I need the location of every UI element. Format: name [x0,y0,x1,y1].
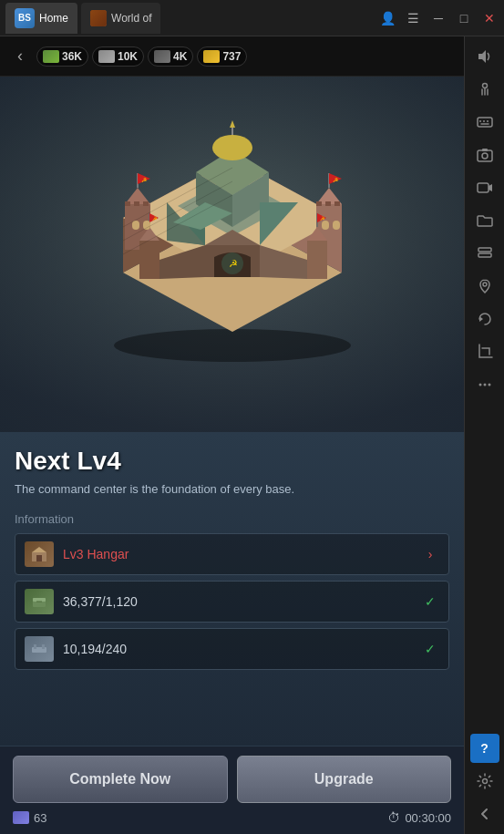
rotate-button[interactable] [470,304,499,334]
crop-button[interactable] [470,337,499,366]
building-visual: ☭ ☭ [87,95,378,368]
svg-marker-15 [479,316,483,322]
svg-text:☭: ☭ [229,258,238,269]
resource-metal[interactable]: 10K [92,46,144,67]
tab-home[interactable]: BS Home [5,3,77,34]
building-area: ☭ ☭ [0,77,464,432]
right-sidebar: ? [464,36,504,834]
svg-rect-42 [316,201,322,206]
back-button[interactable]: ‹ [7,44,33,69]
resource-oil[interactable]: 4K [148,46,193,67]
action-footer: 63 ⏱ 00:30:00 [13,810,451,825]
svg-rect-34 [125,201,130,206]
profile-button[interactable]: 👤 [378,9,396,27]
resource2-icon [25,636,54,662]
record-button[interactable] [470,173,499,202]
gem-count: 63 [34,811,46,825]
resource1-text: 36,377/1,120 [63,594,412,609]
menu-button[interactable]: ☰ [404,9,422,27]
svg-rect-7 [478,150,492,161]
svg-rect-82 [34,644,36,649]
requirement-resource2: 10,194/240 ✓ [15,628,449,670]
upgrade-label: Upgrade [314,771,374,788]
svg-point-18 [488,384,490,386]
complete-now-label: Complete Now [69,771,170,788]
svg-text:☭: ☭ [333,177,338,183]
title-bar: BS Home World of 👤 ☰ ─ □ ✕ [0,0,504,36]
svg-rect-55 [307,241,327,279]
keyboard-button[interactable] [470,108,499,137]
oil-value: 4K [173,50,187,63]
help-button[interactable]: ? [470,734,499,763]
svg-rect-44 [334,201,340,206]
volume-button[interactable] [470,42,499,71]
upgrade-button[interactable]: Upgrade [237,756,452,803]
requirement-hangar[interactable]: Lv3 Hangar › [15,533,449,575]
folder-button[interactable] [470,206,499,235]
resource2-text: 10,194/240 [63,642,412,656]
svg-rect-35 [134,201,139,206]
svg-rect-68 [322,221,329,230]
level-description: The command center is the foundation of … [15,481,449,498]
toolbar: ‹ 36K 10K 4K 737 [0,36,504,77]
gold-icon [203,50,220,63]
resource2-status: ✓ [421,640,439,658]
hangar-text: Lv3 Hangar [63,547,412,561]
tab-home-label: Home [39,12,68,25]
svg-text:☭: ☭ [152,216,157,221]
minimize-button[interactable]: ─ [429,9,447,27]
close-button[interactable]: ✕ [480,9,499,27]
metal-value: 10K [118,50,138,63]
svg-rect-2 [478,118,492,127]
screenshot-button[interactable] [470,140,499,170]
svg-point-1 [482,84,487,88]
settings-button[interactable] [470,767,499,796]
svg-rect-83 [42,644,45,649]
timer-display: ⏱ 00:30:00 [387,810,451,825]
info-label: Information [15,512,449,526]
back-arrow-button[interactable] [470,799,499,829]
hangar-status: › [421,545,439,563]
more-button[interactable] [470,370,499,399]
svg-marker-31 [230,120,235,128]
gem-cost: 63 [13,811,46,825]
resource-gold[interactable]: 737 [197,46,247,67]
game-icon [90,10,107,26]
location-button[interactable] [470,272,499,301]
touch-button[interactable] [470,75,499,104]
svg-point-14 [483,283,487,286]
svg-point-8 [482,153,488,159]
tab-game[interactable]: World of [81,3,160,34]
help-icon: ? [480,741,489,756]
oil-icon [154,50,170,63]
layers-button[interactable] [470,239,499,268]
level-title: Next Lv4 [15,447,449,476]
svg-point-16 [478,384,481,386]
svg-rect-50 [139,241,159,279]
resource-food[interactable]: 36K [36,46,88,67]
svg-point-17 [483,384,486,386]
action-area: Complete Now Upgrade 63 ⏱ 00:30:00 [0,746,464,834]
svg-point-19 [482,779,487,784]
svg-point-29 [212,135,252,160]
requirement-resource1: 36,377/1,120 ✓ [15,581,449,623]
svg-marker-0 [478,50,486,63]
svg-marker-76 [32,547,46,552]
svg-rect-67 [143,221,150,230]
svg-rect-12 [478,248,491,252]
food-value: 36K [62,50,82,63]
action-buttons: Complete Now Upgrade [13,756,451,803]
requirements-list: Lv3 Hangar › 36,377/1,120 ✓ [15,533,449,670]
clock-icon: ⏱ [387,810,400,825]
complete-now-button[interactable]: Complete Now [13,756,228,803]
svg-rect-9 [482,149,488,151]
maximize-button[interactable]: □ [455,9,473,27]
window-controls: 👤 ☰ ─ □ ✕ [378,9,499,27]
gem-icon [13,811,29,824]
svg-rect-77 [36,555,42,561]
bluestacks-icon: BS [15,8,35,28]
svg-text:☭: ☭ [141,177,147,183]
svg-rect-36 [143,201,149,206]
tab-game-label: World of [111,12,151,25]
hangar-icon [25,541,54,567]
